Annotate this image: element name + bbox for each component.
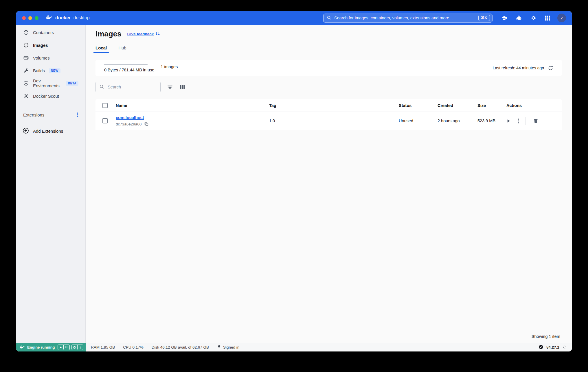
zoom-button[interactable] [35,16,38,20]
extensions-label: Extensions [23,112,44,117]
column-header-status: Status [399,103,438,108]
delete-image-icon[interactable] [533,118,538,123]
learning-center-icon[interactable] [501,15,507,21]
app-version: v4.27.2 [546,345,559,349]
status-bar: Engine running [16,343,572,351]
engine-power-icon[interactable] [72,345,77,349]
give-feedback-link[interactable]: Give feedback [127,31,161,37]
engine-menu-icon[interactable] [78,345,82,349]
search-icon [99,84,104,90]
search-input[interactable] [108,85,157,89]
table-header-row: Name Tag Status Created Size Actions [95,99,562,112]
copy-icon[interactable] [144,122,149,126]
update-check-icon [539,345,543,350]
row-actions [506,117,555,125]
settings-gear-icon[interactable] [530,15,536,21]
main-content: Images Give feedback Local Hub 0 Bytes /… [86,25,572,343]
columns-icon[interactable] [179,84,185,90]
plus-circle-icon [23,127,29,135]
global-search-bar[interactable]: Search for images, containers, volumes, … [323,14,493,23]
search-icon [327,15,331,21]
give-feedback-label: Give feedback [127,32,154,36]
sidebar-item-dev-environments[interactable]: Dev Environments BETA [16,77,85,90]
sidebar-item-label: Dev Environments [33,78,62,88]
select-all-checkbox[interactable] [102,103,108,108]
page-title: Images [95,29,122,38]
disk-usage-card: 0 Bytes / 781.44 MB in use 1 images Last… [95,60,562,76]
notifications-bell-icon[interactable] [563,345,567,350]
row-checkbox[interactable] [102,118,108,123]
last-refresh-text: Last refresh: 44 minutes ago [493,66,544,70]
signed-in-label: Signed in [223,345,239,349]
sidebar-item-label: Builds [33,68,45,73]
containers-icon [23,29,29,35]
engine-pause-icon[interactable] [64,345,69,349]
user-avatar[interactable]: Z [557,14,566,22]
sidebar-item-builds[interactable]: Builds NEW [16,64,85,77]
beta-badge: BETA [66,81,78,86]
new-badge: NEW [49,68,60,73]
image-created: 2 hours ago [438,119,477,123]
sidebar-item-volumes[interactable]: Volumes [16,51,85,64]
window-body: Containers Images Volumes Builds NEW [16,25,572,343]
close-button[interactable] [22,16,26,20]
docker-logo: docker desktop [46,15,90,21]
filter-icon[interactable] [167,84,173,90]
actions-divider [525,117,526,125]
version-section: v4.27.2 [539,343,572,351]
engine-status-label: Engine running [27,345,55,349]
troubleshoot-bug-icon[interactable] [516,15,522,21]
image-status: Unused [399,119,438,123]
images-icon [23,42,29,48]
usage-progress-bar [104,64,148,65]
docker-scout-icon [23,93,29,99]
image-search-field[interactable] [95,82,161,92]
feedback-chat-icon [156,31,161,37]
sidebar-item-label: Docker Scout [33,94,59,99]
window-controls [22,16,38,20]
extensions-menu-icon[interactable] [76,111,80,119]
disk-usage: Disk 46.12 GB avail. of 62.67 GB [152,345,209,349]
builds-wrench-icon [23,68,29,73]
logo-text-desktop: desktop [74,15,90,21]
sidebar-item-docker-scout[interactable]: Docker Scout [16,90,85,102]
column-header-actions: Actions [506,103,555,108]
image-name-link[interactable]: com.localhost [116,115,144,120]
image-count-text: 1 images [161,64,178,69]
sidebar: Containers Images Volumes Builds NEW [16,25,86,343]
avatar-initial: Z [561,16,563,20]
refresh-icon[interactable] [548,65,553,71]
cpu-usage: CPU 0.17% [123,345,144,349]
sidebar-item-label: Images [33,43,48,48]
global-search-placeholder: Search for images, containers, volumes, … [334,16,453,20]
logo-text-docker: docker [55,15,71,21]
usage-text: 0 Bytes / 781.44 MB in use [104,68,154,72]
sidebar-item-containers[interactable]: Containers [16,26,85,39]
column-header-created: Created [438,103,477,108]
resource-stats: RAM 1.85 GB CPU 0.17% Disk 46.12 GB avai… [86,343,239,351]
engine-start-icon[interactable] [58,345,63,349]
engine-controls [58,345,83,350]
extensions-section-header: Extensions [16,109,85,121]
row-menu-icon[interactable] [518,119,519,123]
sidebar-item-label: Volumes [33,55,50,60]
apps-grid-icon[interactable] [545,15,550,21]
docker-whale-icon [46,15,53,21]
column-header-tag: Tag [269,103,399,108]
titlebar-actions [501,15,550,21]
sidebar-item-images[interactable]: Images [16,39,85,51]
image-size: 523.9 MB [477,119,506,123]
table-row: com.localhost dc73a6e29a60 1.0 Unused 2 … [95,112,562,130]
images-table: Name Tag Status Created Size Actions com… [95,99,562,130]
ram-usage: RAM 1.85 GB [91,345,115,349]
add-extensions-button[interactable]: Add Extensions [16,125,85,137]
column-header-name: Name [116,103,269,108]
minimize-button[interactable] [28,16,32,20]
tab-local[interactable]: Local [95,45,107,53]
item-count-footer: Showing 1 item [532,334,560,339]
tab-hub[interactable]: Hub [118,45,126,53]
image-digest: dc73a6e29a60 [116,122,142,126]
plug-icon [217,345,221,350]
run-image-icon[interactable] [506,119,511,123]
dev-environments-icon [23,80,29,86]
